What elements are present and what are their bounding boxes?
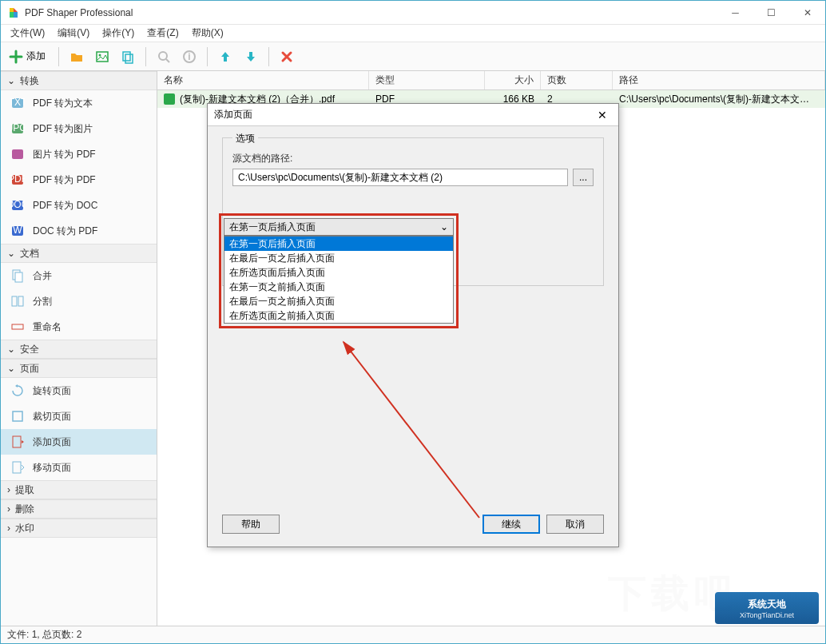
doc-icon: DOC — [10, 198, 25, 213]
copy-button[interactable] — [117, 46, 139, 68]
rename-icon — [10, 320, 25, 334]
separator — [207, 47, 208, 66]
col-pages[interactable]: 页数 — [541, 71, 613, 89]
image-file-icon — [10, 147, 25, 161]
dialog-titlebar: 添加页面 ✕ — [208, 104, 618, 126]
menubar: 文件(W) 编辑(V) 操作(Y) 查看(Z) 帮助(X) — [1, 25, 825, 42]
dropdown-option[interactable]: 在最后一页之前插入页面 — [224, 294, 453, 308]
dropdown-option[interactable]: 在第一页后插入页面 — [224, 237, 453, 251]
delete-button[interactable] — [276, 46, 298, 68]
col-size[interactable]: 大小 — [485, 71, 541, 89]
plus-icon — [9, 50, 23, 64]
source-path-label: 源文档的路径: — [232, 152, 594, 165]
sidebar-item-split[interactable]: 分割 — [1, 288, 157, 314]
menu-action[interactable]: 操作(Y) — [96, 25, 141, 42]
svg-rect-25 — [13, 462, 21, 473]
image-button[interactable] — [91, 46, 113, 68]
insert-position-select[interactable]: 在第一页后插入页面 ⌄ — [224, 218, 454, 236]
window-minimize-button[interactable]: ─ — [717, 1, 753, 25]
continue-button[interactable]: 继续 — [482, 515, 540, 534]
col-type[interactable]: 类型 — [369, 71, 485, 89]
menu-file[interactable]: 文件(W) — [4, 25, 51, 42]
svg-line-27 — [344, 342, 479, 518]
chevron-right-icon: › — [7, 523, 10, 534]
dropdown-option[interactable]: 在最后一页之后插入页面 — [224, 251, 453, 265]
crop-icon — [10, 409, 25, 423]
sidebar-item-pdf-to-image[interactable]: JPGPDF 转为图片 — [1, 116, 157, 141]
group-delete[interactable]: ›删除 — [1, 499, 157, 519]
word-icon: W — [10, 224, 25, 238]
group-pages[interactable]: ⌄页面 — [1, 359, 157, 378]
group-convert[interactable]: ⌄转换 — [1, 71, 157, 90]
svg-rect-24 — [13, 436, 21, 447]
options-legend: 选项 — [232, 132, 258, 145]
browse-button[interactable]: ... — [573, 169, 594, 186]
col-path[interactable]: 路径 — [613, 71, 825, 89]
dialog-body: 选项 源文档的路径: ... 在第一页后插入页面 ⌄ 在第一页后插入页面 在最后… — [208, 126, 618, 507]
sidebar-item-doc-to-pdf[interactable]: WDOC 转为 PDF — [1, 218, 157, 244]
annotation-arrow — [336, 334, 495, 526]
help-button[interactable]: 帮助 — [222, 515, 280, 534]
search-button[interactable] — [153, 46, 175, 68]
sidebar-item-add-pages[interactable]: 添加页面 — [1, 429, 157, 455]
watermark-brand: 系统天地 — [748, 598, 786, 611]
dropdown-option[interactable]: 在第一页之前插入页面 — [224, 280, 453, 294]
svg-rect-19 — [15, 272, 22, 282]
rotate-icon — [10, 384, 25, 398]
statusbar: 文件: 1, 总页数: 2 — [1, 626, 825, 643]
sidebar-item-image-to-pdf[interactable]: 图片 转为 PDF — [1, 141, 157, 167]
group-extract[interactable]: ›提取 — [1, 480, 157, 499]
sidebar-item-rename[interactable]: 重命名 — [1, 314, 157, 340]
menu-edit[interactable]: 编辑(V) — [51, 25, 96, 42]
move-down-button[interactable] — [240, 46, 262, 68]
insert-position-dropdown: 在第一页后插入页面 在最后一页之后插入页面 在所选页面后插入页面 在第一页之前插… — [224, 236, 454, 324]
col-name[interactable]: 名称 — [157, 71, 369, 89]
separator — [268, 47, 269, 66]
close-icon — [280, 50, 294, 64]
search-icon — [157, 50, 171, 64]
dropdown-option[interactable]: 在所选页面之前插入页面 — [224, 308, 453, 323]
dropdown-option[interactable]: 在所选页面后插入页面 — [224, 265, 453, 280]
group-security[interactable]: ⌄安全 — [1, 340, 157, 359]
group-document[interactable]: ⌄文档 — [1, 244, 157, 263]
menu-help[interactable]: 帮助(X) — [185, 25, 230, 42]
svg-rect-26 — [164, 93, 175, 105]
svg-rect-23 — [13, 411, 22, 421]
watermark-url: XiTongTianDi.net — [740, 611, 794, 619]
app-title: PDF Shaper Professional — [25, 7, 717, 18]
info-button[interactable]: i — [178, 46, 201, 68]
folder-button[interactable] — [66, 46, 88, 68]
list-header: 名称 类型 大小 页数 路径 — [157, 71, 825, 90]
sidebar-item-pdf-to-pdf[interactable]: PDFPDF 转为 PDF — [1, 167, 157, 193]
svg-rect-2 — [123, 52, 130, 61]
move-page-icon — [10, 460, 25, 475]
sidebar-item-pdf-to-doc[interactable]: DOCPDF 转为 DOC — [1, 193, 157, 218]
svg-rect-22 — [12, 324, 23, 329]
sidebar-item-pdf-to-text[interactable]: TXTPDF 转为文本 — [1, 90, 157, 116]
sidebar-item-rotate[interactable]: 旋转页面 — [1, 378, 157, 403]
dialog-title: 添加页面 — [214, 108, 252, 121]
status-text: 文件: 1, 总页数: 2 — [7, 628, 81, 642]
merge-icon — [10, 268, 25, 283]
menu-view[interactable]: 查看(Z) — [141, 25, 185, 42]
window-close-button[interactable]: ✕ — [789, 1, 825, 25]
sidebar-item-merge[interactable]: 合并 — [1, 263, 157, 288]
chevron-down-icon: ⌄ — [7, 75, 15, 86]
window-maximize-button[interactable]: ☐ — [753, 1, 789, 25]
chevron-down-icon: ⌄ — [440, 221, 448, 233]
group-watermark[interactable]: ›水印 — [1, 519, 157, 538]
add-button[interactable]: 添加 — [6, 46, 52, 68]
dialog-close-button[interactable]: ✕ — [593, 107, 612, 123]
svg-text:DOC: DOC — [10, 199, 25, 210]
svg-text:JPG: JPG — [10, 122, 25, 133]
sidebar-item-move-pages[interactable]: 移动页面 — [1, 455, 157, 480]
sidebar-item-crop[interactable]: 裁切页面 — [1, 403, 157, 429]
move-up-button[interactable] — [214, 46, 236, 68]
folder-icon — [69, 50, 84, 64]
insert-position-highlight: 在第一页后插入页面 ⌄ 在第一页后插入页面 在最后一页之后插入页面 在所选页面后… — [219, 213, 459, 328]
jpg-icon: JPG — [10, 121, 25, 136]
select-value: 在第一页后插入页面 — [229, 221, 316, 234]
cancel-button[interactable]: 取消 — [546, 515, 604, 534]
source-path-input[interactable] — [232, 169, 568, 186]
separator — [58, 47, 59, 66]
